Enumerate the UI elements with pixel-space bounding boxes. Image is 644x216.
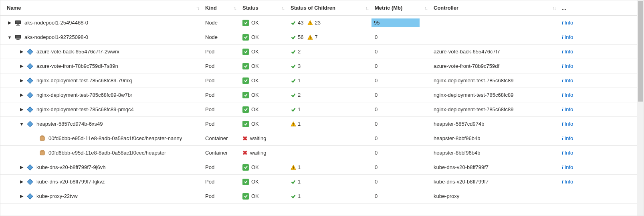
info-link[interactable]: iInfo [562, 135, 573, 142]
child-ok-count: 2 [298, 92, 301, 98]
info-link[interactable]: iInfo [562, 150, 573, 156]
sort-icon: ↑↓ [365, 6, 368, 10]
info-icon: i [562, 106, 563, 112]
child-ok-icon [291, 179, 296, 185]
svg-rect-22 [293, 125, 293, 125]
scrollbar-thumb[interactable] [638, 1, 643, 102]
metric-value: 0 [375, 121, 378, 127]
cell-children: 1 [287, 189, 371, 203]
table-row[interactable]: ▶azure-vote-front-78b9c759df-7s89nPodOK3… [0, 59, 637, 73]
table-row[interactable]: 00fd6bbb-e95d-11e8-8adb-0a58ac1f0cec/hea… [0, 146, 637, 160]
table-row[interactable]: ▶kube-proxy-22tvwPodOK10kube-proxy [0, 189, 637, 204]
sort-icon: ↑↓ [553, 6, 555, 10]
status-error-icon: ✖ [242, 135, 248, 142]
info-label: Info [565, 49, 573, 55]
child-warn-icon [291, 121, 296, 127]
child-ok-count: 2 [298, 49, 301, 55]
cell-info: iInfo [559, 59, 637, 73]
table-row[interactable]: ▶nginx-deployment-test-785c68fc89-8w7brP… [0, 88, 637, 102]
col-kind[interactable]: Kind ↑↓ [202, 0, 239, 15]
status-ok-icon [242, 77, 249, 84]
cell-info: iInfo [559, 175, 637, 189]
info-link[interactable]: iInfo [562, 34, 573, 41]
child-ok-count: 1 [298, 179, 301, 185]
status-text: OK [251, 106, 259, 112]
cell-children: 567 [287, 30, 371, 44]
svg-rect-18 [27, 106, 33, 112]
col-metric[interactable]: Metric (Mb) ↑↓ [371, 0, 430, 15]
expander-icon[interactable]: ▶ [19, 78, 24, 83]
svg-rect-31 [27, 179, 33, 184]
table-row[interactable]: ▶nginx-deployment-test-785c68fc89-pmqc4P… [0, 102, 637, 117]
info-link[interactable]: iInfo [562, 106, 573, 113]
metric-value[interactable]: 95 [371, 18, 420, 27]
expander-icon[interactable]: ▶ [19, 49, 24, 54]
status-text: OK [251, 193, 259, 199]
expander-icon[interactable]: ▶ [19, 165, 24, 170]
cell-metric: 0 [371, 73, 430, 88]
cell-controller: nginx-deployment-test-785c68fc89 [430, 88, 559, 102]
table-row[interactable]: ▶nginx-deployment-test-785c68fc89-79mxjP… [0, 73, 637, 88]
status-ok-icon [242, 34, 249, 41]
info-link[interactable]: iInfo [562, 49, 573, 55]
info-link[interactable]: iInfo [562, 121, 573, 127]
cell-children: 4323 [287, 16, 371, 30]
cell-metric: 0 [371, 88, 430, 102]
table-row[interactable]: ▶kube-dns-v20-b8ff799f7-9j6vhPodOK10kube… [0, 160, 637, 175]
grid-container: Name ↑↓ Kind ↑↓ Status ↑↓ Status of Chil… [0, 0, 644, 216]
expander-icon[interactable]: ▶ [19, 179, 24, 184]
child-warn-icon [291, 165, 296, 170]
info-icon: i [562, 63, 563, 69]
col-controller[interactable]: Controller ↑↓ [430, 0, 559, 15]
expander-icon[interactable]: ▼ [7, 35, 12, 40]
info-link[interactable]: iInfo [562, 92, 573, 98]
info-link[interactable]: iInfo [562, 63, 573, 69]
vertical-scrollbar[interactable] [637, 0, 644, 216]
col-more[interactable]: ... [559, 0, 637, 15]
pod-icon [27, 63, 33, 69]
sort-icon: ↑↓ [233, 6, 236, 10]
status-ok-icon [242, 63, 249, 69]
pod-icon [27, 193, 33, 200]
info-link[interactable]: iInfo [562, 77, 573, 84]
cell-name: ▶nginx-deployment-test-785c68fc89-pmqc4 [0, 102, 202, 116]
col-children[interactable]: Status of Children ↑↓ [287, 0, 371, 15]
cell-status: OK [239, 73, 287, 88]
expander-icon[interactable]: ▶ [19, 92, 24, 98]
expander-icon[interactable]: ▶ [19, 194, 24, 199]
info-link[interactable]: iInfo [562, 20, 573, 26]
table-row[interactable]: 00fd6bbb-e95d-11e8-8adb-0a58ac1f0cec/hea… [0, 131, 637, 146]
table-row[interactable]: ▼heapster-5857cd974b-6xs49PodOK10heapste… [0, 117, 637, 131]
col-status[interactable]: Status ↑↓ [239, 0, 287, 15]
child-ok-icon [291, 35, 296, 40]
table-row[interactable]: ▶kube-dns-v20-b8ff799f7-kjkvzPodOK10kube… [0, 175, 637, 189]
info-label: Info [565, 121, 573, 127]
metric-value: 0 [375, 106, 378, 112]
table-row[interactable]: ▶azure-vote-back-655476c7f7-2wwrxPodOK20… [0, 45, 637, 59]
svg-rect-25 [40, 151, 44, 155]
svg-rect-10 [16, 39, 20, 40]
svg-rect-2 [17, 24, 19, 25]
child-ok-count: 1 [298, 193, 301, 199]
status-ok-icon [242, 20, 249, 26]
child-ok-icon [291, 78, 296, 84]
row-name: 00fd6bbb-e95d-11e8-8adb-0a58ac1f0cec/hea… [48, 150, 166, 156]
info-link[interactable]: iInfo [562, 164, 573, 171]
cell-metric: 0 [371, 189, 430, 203]
col-kind-label: Kind [205, 5, 217, 11]
col-name[interactable]: Name ↑↓ [0, 0, 202, 15]
info-link[interactable]: iInfo [562, 179, 573, 185]
cell-metric: 95 [371, 16, 430, 30]
svg-rect-26 [40, 150, 44, 151]
expander-icon[interactable]: ▶ [7, 20, 12, 25]
cell-children: 2 [287, 88, 371, 102]
svg-rect-24 [40, 136, 44, 137]
table-row[interactable]: ▼aks-nodepool1-92725098-0NodeOK5670iInfo [0, 30, 637, 45]
table-row[interactable]: ▶aks-nodepool1-25494468-0NodeOK432395iIn… [0, 16, 637, 30]
expander-icon[interactable]: ▶ [19, 63, 24, 69]
child-ok-count: 3 [298, 63, 301, 69]
metric-value: 0 [375, 135, 378, 141]
expander-icon[interactable]: ▶ [19, 107, 24, 112]
expander-icon[interactable]: ▼ [19, 122, 24, 126]
sort-icon: ↑↓ [196, 6, 199, 10]
